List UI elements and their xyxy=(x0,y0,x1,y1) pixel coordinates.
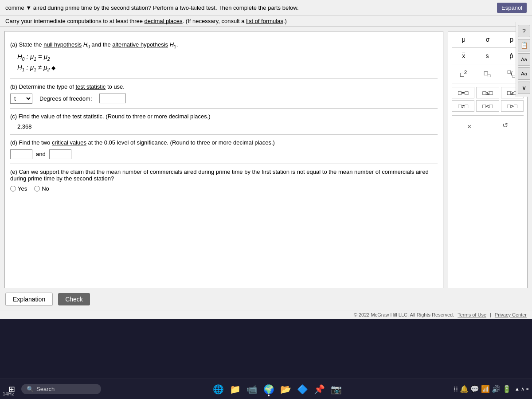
tray-battery[interactable]: 🔋 xyxy=(502,385,511,393)
no-option[interactable]: No xyxy=(34,185,49,192)
search-label: Search xyxy=(36,386,55,392)
symbol-phat[interactable]: p̂ xyxy=(508,51,515,60)
section-c: (c) Find the value of the test statistic… xyxy=(10,109,438,135)
yes-option[interactable]: Yes xyxy=(10,185,27,192)
top-text-prefix: comme xyxy=(5,4,26,11)
taskbar-app-browser2[interactable]: 🌍 xyxy=(261,381,277,397)
test-statistic-link[interactable]: test statistic xyxy=(75,83,106,90)
explanation-button[interactable]: Explanation xyxy=(5,293,53,306)
taskbar-inner: ⊞ 🔍 Search 🌐 📁 📹 🌍 📂 🔷 📌 📷 ⁞⁞ xyxy=(0,379,532,399)
section-a-title: (a) State the null hypothesis H0 and the… xyxy=(10,41,438,49)
symbol-sigma[interactable]: σ xyxy=(484,35,492,44)
tray-icon-2[interactable]: 💬 xyxy=(470,385,479,393)
section-d-title: (d) Find the two critical values at the … xyxy=(10,139,438,146)
no-radio[interactable] xyxy=(34,186,40,192)
decimal-places-link[interactable]: decimal places xyxy=(145,18,183,24)
undo-button[interactable]: ↺ xyxy=(502,121,508,131)
symbol-fraction[interactable]: □/□ xyxy=(506,68,517,79)
taskbar-app-video[interactable]: 📹 xyxy=(244,381,260,397)
top-bar: comme ▼ aired during prime time by the s… xyxy=(0,0,532,16)
taskbar: ⊞ 🔍 Search 🌐 📁 📹 🌍 📂 🔷 📌 📷 ⁞⁞ xyxy=(0,319,532,399)
symbol-subscript[interactable]: □□ xyxy=(482,69,493,79)
test-stat-select[interactable]: t z χ² F xyxy=(10,94,32,104)
yes-label: Yes xyxy=(18,185,27,192)
alt-hypothesis-link[interactable]: alternative hypothesis xyxy=(112,41,168,48)
symbol-p[interactable]: p xyxy=(508,35,515,44)
and-text: and xyxy=(36,151,46,157)
espanol-button[interactable]: Español xyxy=(497,3,527,13)
taskbar-app-browser[interactable]: 🌐 xyxy=(210,381,226,397)
privacy-link[interactable]: Privacy Center xyxy=(495,312,527,317)
critical-value-2[interactable] xyxy=(49,149,71,159)
section-d: (d) Find the two critical values at the … xyxy=(10,135,438,164)
section-b-title: (b) Determine the type of test statistic… xyxy=(10,83,438,90)
clipboard-icon[interactable]: 📋 xyxy=(518,39,530,51)
taskbar-apps: 🌐 📁 📹 🌍 📂 🔷 📌 📷 xyxy=(103,381,452,397)
tray-icon-1[interactable]: 🔔 xyxy=(460,385,469,393)
section-e: (e) Can we support the claim that the me… xyxy=(10,164,438,196)
terms-link[interactable]: Terms of Use xyxy=(458,312,486,317)
symbol-row-3: □2 □□ □/□ xyxy=(452,68,524,79)
aa-icon[interactable]: Aa xyxy=(518,67,530,80)
tray-volume[interactable]: 🔊 xyxy=(492,385,501,393)
null-hypothesis-link[interactable]: null hypothesis xyxy=(43,41,82,48)
sym-gt[interactable]: □>□ xyxy=(501,100,524,112)
critical-values-link[interactable]: critical values xyxy=(52,139,86,146)
screen: comme ▼ aired during prime time by the s… xyxy=(0,0,532,399)
second-line: Carry your intermediate computations to … xyxy=(0,16,532,27)
top-bar-text: comme ▼ aired during prime time by the s… xyxy=(5,4,497,11)
symbol-row-1: μ σ p xyxy=(452,35,524,44)
top-text-main: aired during prime time by the second st… xyxy=(33,4,299,11)
bar-separator: | xyxy=(490,312,491,317)
symbol-mu[interactable]: μ xyxy=(460,35,467,44)
h1-symbol: H1 : μ1 ≠ μ2 xyxy=(17,63,50,72)
symbol-squared[interactable]: □2 xyxy=(458,68,469,79)
yes-radio[interactable] xyxy=(10,186,16,192)
sym-lt[interactable]: □<□ xyxy=(476,100,499,112)
formulas-link[interactable]: list of formulas xyxy=(246,18,283,24)
sym-leq[interactable]: □≤□ xyxy=(476,87,499,98)
critical-row: and xyxy=(10,149,438,159)
h0-hypothesis: H0 : μ1 = μ2 xyxy=(17,53,438,62)
help-icon[interactable]: ? xyxy=(518,25,530,37)
taskbar-app-files[interactable]: 📁 xyxy=(227,381,243,397)
dof-input[interactable] xyxy=(99,94,126,103)
symbol-xbar[interactable]: x xyxy=(460,51,467,60)
copyright-bar: © 2022 McGraw Hill LLC. All Rights Reser… xyxy=(0,310,532,319)
chevron-down-icon[interactable]: ∨ xyxy=(518,82,530,94)
check-button[interactable]: Check xyxy=(58,293,90,305)
section-b: (b) Determine the type of test statistic… xyxy=(10,79,438,109)
symbol-s[interactable]: s xyxy=(484,51,490,60)
h1-hypothesis: H1 : μ1 ≠ μ2 ◆ xyxy=(17,63,438,72)
sym-divider-3 xyxy=(452,83,524,83)
section-a-label: (a) State the null hypothesis H0 and the… xyxy=(10,41,178,48)
radio-row: Yes No xyxy=(10,185,438,192)
dof-label: Degrees of freedom: xyxy=(39,95,92,102)
symbol-row-2: x s p̂ xyxy=(452,51,524,60)
second-line-text: Carry your intermediate computations to … xyxy=(5,18,287,24)
taskbar-right: ⁞⁞ 🔔 💬 📶 🔊 🔋 ▲ ∧ ≈ xyxy=(454,385,528,393)
dropdown-icon[interactable]: ▼ xyxy=(26,4,31,11)
relations-grid: □=□ □≤□ □≥□ □≠□ □<□ □>□ xyxy=(452,87,524,112)
sym-eq[interactable]: □=□ xyxy=(452,87,474,98)
tray-dots[interactable]: ⁞⁞ xyxy=(454,385,458,393)
tray-wifi[interactable]: 📶 xyxy=(481,385,490,393)
section-e-title: (e) Can we support the claim that the me… xyxy=(10,168,438,182)
taskbar-app-pin[interactable]: 📌 xyxy=(311,381,327,397)
taskbar-app-explorer[interactable]: 📂 xyxy=(278,381,293,397)
taskbar-app-camera[interactable]: 📷 xyxy=(328,381,344,397)
text-icon[interactable]: Aa xyxy=(518,53,530,66)
search-icon: 🔍 xyxy=(27,386,34,392)
copyright-text: © 2022 McGraw Hill LLC. All Rights Reser… xyxy=(354,312,454,317)
sym-divider-2 xyxy=(452,64,524,64)
bottom-bar: Explanation Check xyxy=(0,288,532,310)
search-bar[interactable]: 🔍 Search xyxy=(21,384,101,394)
sym-neq[interactable]: □≠□ xyxy=(452,100,474,112)
critical-value-1[interactable] xyxy=(10,149,32,159)
corner-logo: 14Hz xyxy=(3,391,14,396)
sym-divider-4 xyxy=(452,115,524,116)
close-button[interactable]: × xyxy=(467,123,471,131)
taskbar-app-plus[interactable]: 🔷 xyxy=(294,381,310,397)
tray-time: ▲ ∧ ≈ xyxy=(515,386,528,392)
section-a: (a) State the null hypothesis H0 and the… xyxy=(10,37,438,79)
